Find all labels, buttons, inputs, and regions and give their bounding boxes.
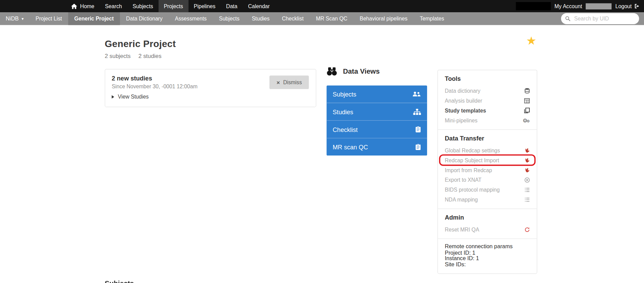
subnav-project-list[interactable]: Project List [29,12,68,25]
remote-connection-params: Remote connection params Project ID: 1 I… [438,239,537,273]
study-count: 2 studies [138,53,161,59]
mapping-list-icon [525,188,530,192]
data-views-heading: Data Views [343,67,380,75]
logout-label: Logout [615,3,632,9]
data-view-subjects[interactable]: Subjects [326,85,427,103]
subnav-subjects[interactable]: Subjects [213,12,246,25]
subnav-behavioral-pipelines[interactable]: Behavioral pipelines [353,12,413,25]
tool-data-dictionary[interactable]: Data dictionary [445,86,530,96]
nav-projects[interactable]: Projects [159,0,189,12]
subnav-checklist[interactable]: Checklist [276,12,310,25]
project-navbar: NiDB ▾ Project List Generic Project Data… [0,12,644,25]
redcap-icon [525,167,530,173]
my-account-link[interactable]: My Account [555,3,582,9]
top-navbar: Home Search Subjects Projects Pipelines … [0,0,644,12]
subnav-data-dictionary[interactable]: Data Dictionary [120,12,169,25]
nidb-menu[interactable]: NiDB ▾ [0,12,29,25]
refresh-icon [525,227,530,232]
nav-search-label: Search [105,3,122,9]
subnav-generic-project[interactable]: Generic Project [68,12,120,25]
remote-project-id: Project ID: 1 [445,250,530,256]
tool-reset-mri-qa[interactable]: Reset MRI QA [445,225,530,235]
table-icon [524,98,530,103]
remote-instance-id: Instance ID: 1 [445,256,530,262]
nav-home[interactable]: Home [66,0,100,12]
clipboard-icon [415,126,421,133]
nav-calendar-label: Calendar [248,3,270,9]
nav-home-label: Home [80,3,94,9]
tool-analysis-builder[interactable]: Analysis builder [445,96,530,106]
close-icon: × [277,79,280,85]
circle-x-icon [525,177,530,183]
nav-subjects[interactable]: Subjects [127,0,158,12]
admin-section: Admin Reset MRI QA [438,209,537,239]
admin-heading: Admin [445,214,530,221]
page-header: Generic Project 2 subjects 2 studies [105,39,176,59]
logout-link[interactable]: Logout [615,3,640,9]
tools-heading: Tools [445,75,530,82]
tool-global-redcap-settings[interactable]: Global Redcap settings [445,145,530,155]
app: Home Search Subjects Projects Pipelines … [0,0,644,283]
nav-calendar[interactable]: Calendar [243,0,275,12]
remote-site-ids: Site IDs: [445,262,530,268]
view-studies-label: View Studies [118,94,149,100]
binoculars-icon [326,67,337,76]
tool-import-from-redcap[interactable]: Import from Redcap [445,165,530,175]
users-icon [412,91,421,97]
data-view-mr-scan-qc-label: MR scan QC [333,144,368,150]
data-view-mr-scan-qc[interactable]: MR scan QC [326,138,427,156]
nav-data[interactable]: Data [221,0,243,12]
tool-nda-mapping[interactable]: NDA mapping [445,195,530,205]
view-studies-toggle[interactable]: View Studies [112,94,309,100]
subject-count: 2 subjects [105,53,131,59]
nav-subjects-label: Subjects [133,3,153,9]
data-view-subjects-label: Subjects [333,91,356,98]
tool-study-templates[interactable]: Study templates [445,105,530,115]
logout-icon [634,3,640,9]
database-icon [525,88,530,94]
tool-bids-protocol-mapping[interactable]: BIDS protocol mapping [445,185,530,195]
subnav-assessments[interactable]: Assessments [169,12,213,25]
nidb-brand-label: NiDB [6,16,19,22]
data-transfer-section: Data Transfer Global Redcap settings Red… [438,130,537,209]
nav-projects-label: Projects [164,3,183,9]
top-nav-right: My Account Logout [516,0,644,12]
dismiss-button[interactable]: × Dismiss [269,76,309,89]
tool-redcap-subject-import[interactable]: Redcap Subject Import [445,155,530,165]
project-counts: 2 subjects 2 studies [105,53,176,59]
subnav-mr-scan-qc[interactable]: MR Scan QC [310,12,353,25]
nav-search[interactable]: Search [100,0,127,12]
data-view-studies[interactable]: Studies [326,103,427,121]
search-input[interactable] [573,15,635,22]
nav-pipelines[interactable]: Pipelines [188,0,221,12]
redcap-icon [525,158,530,163]
uid-search[interactable] [561,13,639,25]
new-studies-card: 2 new studies Since November 30, -0001 1… [105,69,316,107]
section-heading-partial: Subjects [105,280,134,283]
dismiss-label: Dismiss [283,79,302,85]
tool-export-to-xnat[interactable]: Export to XNAT [445,175,530,185]
data-view-studies-label: Studies [333,108,353,115]
redacted-username-box [516,2,551,10]
subnav-templates[interactable]: Templates [414,12,450,25]
home-icon [71,3,77,9]
data-view-checklist[interactable]: Checklist [326,121,427,138]
redacted-badge-box [586,3,612,9]
remote-params-title: Remote connection params [445,244,530,250]
favorite-star-icon[interactable]: ★ [526,35,536,47]
data-views-header: Data Views [326,67,380,76]
nav-pipelines-label: Pipelines [194,3,216,9]
chevron-down-icon: ▾ [21,17,24,21]
mapping-list-icon [525,197,530,202]
clipboard-icon [415,144,421,150]
subnav-studies[interactable]: Studies [246,12,276,25]
copy-icon [524,107,530,113]
top-nav-items: Home Search Subjects Projects Pipelines … [66,0,275,12]
tool-mini-pipelines[interactable]: Mini-pipelines ⚙⚙ [445,115,530,125]
main-content: Generic Project 2 subjects 2 studies ★ 2… [0,25,644,283]
tools-panel: Tools Data dictionary Analysis builder S… [437,70,537,274]
search-icon [565,16,571,21]
navbar-left-spacer [0,0,66,12]
data-views-menu: Subjects Studies [326,85,427,155]
caret-right-icon [112,95,114,99]
